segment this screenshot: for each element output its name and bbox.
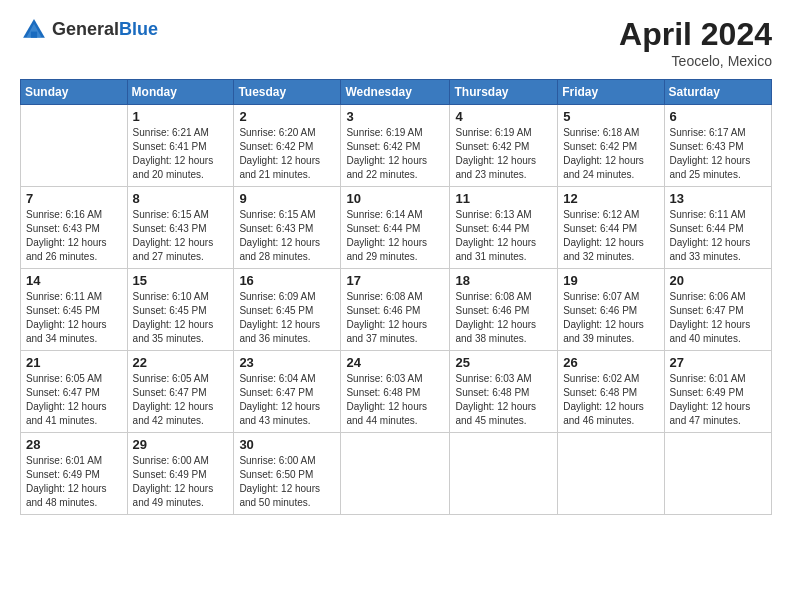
col-sunday: Sunday: [21, 80, 128, 105]
table-row: 13Sunrise: 6:11 AM Sunset: 6:44 PM Dayli…: [664, 187, 771, 269]
cell-day: 1: [133, 109, 229, 124]
table-row: 17Sunrise: 6:08 AM Sunset: 6:46 PM Dayli…: [341, 269, 450, 351]
table-row: 9Sunrise: 6:15 AM Sunset: 6:43 PM Daylig…: [234, 187, 341, 269]
cell-day: 9: [239, 191, 335, 206]
logo-blue: Blue: [119, 19, 158, 39]
cell-info: Sunrise: 6:02 AM Sunset: 6:48 PM Dayligh…: [563, 372, 658, 428]
cell-day: 20: [670, 273, 766, 288]
cell-day: 3: [346, 109, 444, 124]
calendar-table: Sunday Monday Tuesday Wednesday Thursday…: [20, 79, 772, 515]
table-row: [664, 433, 771, 515]
table-row: 10Sunrise: 6:14 AM Sunset: 6:44 PM Dayli…: [341, 187, 450, 269]
cell-info: Sunrise: 6:03 AM Sunset: 6:48 PM Dayligh…: [346, 372, 444, 428]
table-row: 18Sunrise: 6:08 AM Sunset: 6:46 PM Dayli…: [450, 269, 558, 351]
cell-day: 29: [133, 437, 229, 452]
calendar-week-3: 21Sunrise: 6:05 AM Sunset: 6:47 PM Dayli…: [21, 351, 772, 433]
col-thursday: Thursday: [450, 80, 558, 105]
table-row: [21, 105, 128, 187]
cell-day: 18: [455, 273, 552, 288]
table-row: 12Sunrise: 6:12 AM Sunset: 6:44 PM Dayli…: [558, 187, 664, 269]
col-monday: Monday: [127, 80, 234, 105]
cell-day: 6: [670, 109, 766, 124]
col-tuesday: Tuesday: [234, 80, 341, 105]
cell-info: Sunrise: 6:19 AM Sunset: 6:42 PM Dayligh…: [346, 126, 444, 182]
cell-info: Sunrise: 6:20 AM Sunset: 6:42 PM Dayligh…: [239, 126, 335, 182]
cell-day: 27: [670, 355, 766, 370]
cell-info: Sunrise: 6:01 AM Sunset: 6:49 PM Dayligh…: [26, 454, 122, 510]
table-row: 1Sunrise: 6:21 AM Sunset: 6:41 PM Daylig…: [127, 105, 234, 187]
table-row: [341, 433, 450, 515]
table-row: 8Sunrise: 6:15 AM Sunset: 6:43 PM Daylig…: [127, 187, 234, 269]
table-row: 4Sunrise: 6:19 AM Sunset: 6:42 PM Daylig…: [450, 105, 558, 187]
location: Teocelo, Mexico: [619, 53, 772, 69]
cell-day: 17: [346, 273, 444, 288]
table-row: 6Sunrise: 6:17 AM Sunset: 6:43 PM Daylig…: [664, 105, 771, 187]
cell-day: 10: [346, 191, 444, 206]
cell-info: Sunrise: 6:00 AM Sunset: 6:49 PM Dayligh…: [133, 454, 229, 510]
table-row: [450, 433, 558, 515]
cell-day: 15: [133, 273, 229, 288]
cell-info: Sunrise: 6:17 AM Sunset: 6:43 PM Dayligh…: [670, 126, 766, 182]
cell-day: 19: [563, 273, 658, 288]
header-row: Sunday Monday Tuesday Wednesday Thursday…: [21, 80, 772, 105]
cell-info: Sunrise: 6:14 AM Sunset: 6:44 PM Dayligh…: [346, 208, 444, 264]
cell-day: 30: [239, 437, 335, 452]
cell-info: Sunrise: 6:11 AM Sunset: 6:44 PM Dayligh…: [670, 208, 766, 264]
cell-day: 26: [563, 355, 658, 370]
table-row: 28Sunrise: 6:01 AM Sunset: 6:49 PM Dayli…: [21, 433, 128, 515]
cell-info: Sunrise: 6:10 AM Sunset: 6:45 PM Dayligh…: [133, 290, 229, 346]
cell-info: Sunrise: 6:07 AM Sunset: 6:46 PM Dayligh…: [563, 290, 658, 346]
cell-info: Sunrise: 6:12 AM Sunset: 6:44 PM Dayligh…: [563, 208, 658, 264]
logo-general: General: [52, 19, 119, 39]
table-row: 27Sunrise: 6:01 AM Sunset: 6:49 PM Dayli…: [664, 351, 771, 433]
cell-day: 16: [239, 273, 335, 288]
logo-icon: [20, 16, 48, 44]
table-row: 7Sunrise: 6:16 AM Sunset: 6:43 PM Daylig…: [21, 187, 128, 269]
calendar-week-2: 14Sunrise: 6:11 AM Sunset: 6:45 PM Dayli…: [21, 269, 772, 351]
col-friday: Friday: [558, 80, 664, 105]
svg-rect-2: [31, 32, 37, 38]
cell-info: Sunrise: 6:09 AM Sunset: 6:45 PM Dayligh…: [239, 290, 335, 346]
table-row: 22Sunrise: 6:05 AM Sunset: 6:47 PM Dayli…: [127, 351, 234, 433]
table-row: 14Sunrise: 6:11 AM Sunset: 6:45 PM Dayli…: [21, 269, 128, 351]
cell-day: 7: [26, 191, 122, 206]
table-row: 20Sunrise: 6:06 AM Sunset: 6:47 PM Dayli…: [664, 269, 771, 351]
cell-day: 12: [563, 191, 658, 206]
table-row: [558, 433, 664, 515]
col-wednesday: Wednesday: [341, 80, 450, 105]
header: GeneralBlue April 2024 Teocelo, Mexico: [20, 16, 772, 69]
logo-text: GeneralBlue: [52, 20, 158, 40]
cell-info: Sunrise: 6:00 AM Sunset: 6:50 PM Dayligh…: [239, 454, 335, 510]
calendar-week-4: 28Sunrise: 6:01 AM Sunset: 6:49 PM Dayli…: [21, 433, 772, 515]
calendar-week-1: 7Sunrise: 6:16 AM Sunset: 6:43 PM Daylig…: [21, 187, 772, 269]
month-year: April 2024: [619, 16, 772, 53]
cell-day: 22: [133, 355, 229, 370]
cell-info: Sunrise: 6:21 AM Sunset: 6:41 PM Dayligh…: [133, 126, 229, 182]
cell-info: Sunrise: 6:04 AM Sunset: 6:47 PM Dayligh…: [239, 372, 335, 428]
cell-info: Sunrise: 6:16 AM Sunset: 6:43 PM Dayligh…: [26, 208, 122, 264]
cell-info: Sunrise: 6:08 AM Sunset: 6:46 PM Dayligh…: [346, 290, 444, 346]
table-row: 23Sunrise: 6:04 AM Sunset: 6:47 PM Dayli…: [234, 351, 341, 433]
table-row: 24Sunrise: 6:03 AM Sunset: 6:48 PM Dayli…: [341, 351, 450, 433]
cell-day: 5: [563, 109, 658, 124]
cell-day: 24: [346, 355, 444, 370]
cell-info: Sunrise: 6:08 AM Sunset: 6:46 PM Dayligh…: [455, 290, 552, 346]
table-row: 11Sunrise: 6:13 AM Sunset: 6:44 PM Dayli…: [450, 187, 558, 269]
cell-day: 11: [455, 191, 552, 206]
table-row: 25Sunrise: 6:03 AM Sunset: 6:48 PM Dayli…: [450, 351, 558, 433]
table-row: 15Sunrise: 6:10 AM Sunset: 6:45 PM Dayli…: [127, 269, 234, 351]
calendar-week-0: 1Sunrise: 6:21 AM Sunset: 6:41 PM Daylig…: [21, 105, 772, 187]
cell-info: Sunrise: 6:05 AM Sunset: 6:47 PM Dayligh…: [133, 372, 229, 428]
cell-info: Sunrise: 6:19 AM Sunset: 6:42 PM Dayligh…: [455, 126, 552, 182]
cell-day: 14: [26, 273, 122, 288]
table-row: 3Sunrise: 6:19 AM Sunset: 6:42 PM Daylig…: [341, 105, 450, 187]
cell-info: Sunrise: 6:18 AM Sunset: 6:42 PM Dayligh…: [563, 126, 658, 182]
cell-day: 25: [455, 355, 552, 370]
cell-info: Sunrise: 6:11 AM Sunset: 6:45 PM Dayligh…: [26, 290, 122, 346]
cell-info: Sunrise: 6:15 AM Sunset: 6:43 PM Dayligh…: [239, 208, 335, 264]
cell-day: 23: [239, 355, 335, 370]
title-block: April 2024 Teocelo, Mexico: [619, 16, 772, 69]
logo: GeneralBlue: [20, 16, 158, 44]
table-row: 30Sunrise: 6:00 AM Sunset: 6:50 PM Dayli…: [234, 433, 341, 515]
col-saturday: Saturday: [664, 80, 771, 105]
